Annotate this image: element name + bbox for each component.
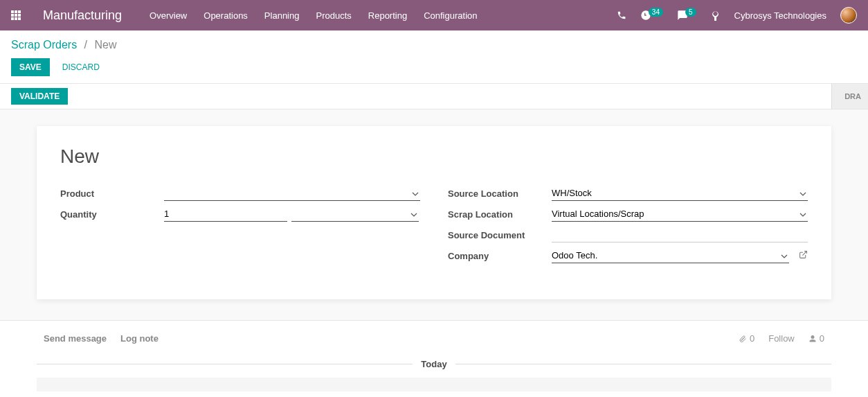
validate-button[interactable]: Validate [11,88,68,105]
breadcrumb-separator: / [84,39,87,51]
attachments-button[interactable]: 0 [739,333,754,344]
quantity-label: Quantity [60,206,164,220]
activities-button[interactable]: 34 [640,10,663,21]
activities-badge: 34 [649,8,663,17]
chatter: Send message Log note 0 Follow 0 Today [37,321,831,391]
product-field[interactable] [164,186,420,201]
source-location-field[interactable] [552,186,808,201]
product-label: Product [60,186,164,199]
apps-icon[interactable] [11,10,24,20]
tools-icon[interactable] [710,10,721,21]
messages-button[interactable]: 5 [677,10,696,21]
source-location-label: Source Location [448,186,552,199]
discard-button[interactable]: Discard [62,62,100,72]
followers-button[interactable]: 0 [808,333,824,344]
navbar: Manufacturing Overview Operations Planni… [0,0,868,30]
main-menu: Overview Operations Planning Products Re… [150,10,617,21]
form-sheet: New Product Quantity [37,126,831,299]
source-document-field[interactable] [552,227,808,242]
follow-button[interactable]: Follow [768,333,795,344]
menu-reporting[interactable]: Reporting [368,10,407,21]
message-item [37,378,831,391]
scrap-location-field[interactable] [552,206,808,222]
company-name[interactable]: Cybrosys Technologies [734,10,826,21]
scrap-location-label: Scrap Location [448,206,552,220]
attachments-count: 0 [750,333,754,344]
app-brand[interactable]: Manufacturing [43,8,122,23]
menu-configuration[interactable]: Configuration [424,10,477,21]
phone-icon[interactable] [617,10,626,20]
followers-count: 0 [820,333,824,344]
navbar-right: 34 5 Cybrosys Technologies [617,7,857,24]
form-background: New Product Quantity [0,109,868,321]
action-bar: Save Discard [0,58,868,83]
menu-operations[interactable]: Operations [204,10,248,21]
quantity-field[interactable] [164,206,287,222]
page-title: New [60,145,808,168]
menu-products[interactable]: Products [316,10,351,21]
today-label: Today [413,359,455,369]
messages-badge: 5 [685,8,696,17]
form-right-column: Source Location Scrap Location [448,186,808,269]
send-message-button[interactable]: Send message [44,333,107,344]
company-field[interactable] [552,248,789,263]
source-document-label: Source Document [448,227,552,240]
log-note-button[interactable]: Log note [120,333,159,344]
form-left-column: Product Quantity [60,186,420,269]
save-button[interactable]: Save [11,58,50,76]
company-label: Company [448,248,552,261]
status-bar: Validate DRA [0,83,868,109]
breadcrumb-root[interactable]: Scrap Orders [11,39,77,51]
external-link-icon[interactable] [799,250,808,261]
menu-planning[interactable]: Planning [264,10,300,21]
chatter-divider: Today [37,359,831,369]
uom-field[interactable] [291,206,419,222]
breadcrumb: Scrap Orders / New [0,30,868,58]
status-draft[interactable]: DRA [831,84,868,109]
menu-overview[interactable]: Overview [150,10,187,21]
breadcrumb-current: New [95,39,117,51]
user-avatar[interactable] [840,7,857,24]
